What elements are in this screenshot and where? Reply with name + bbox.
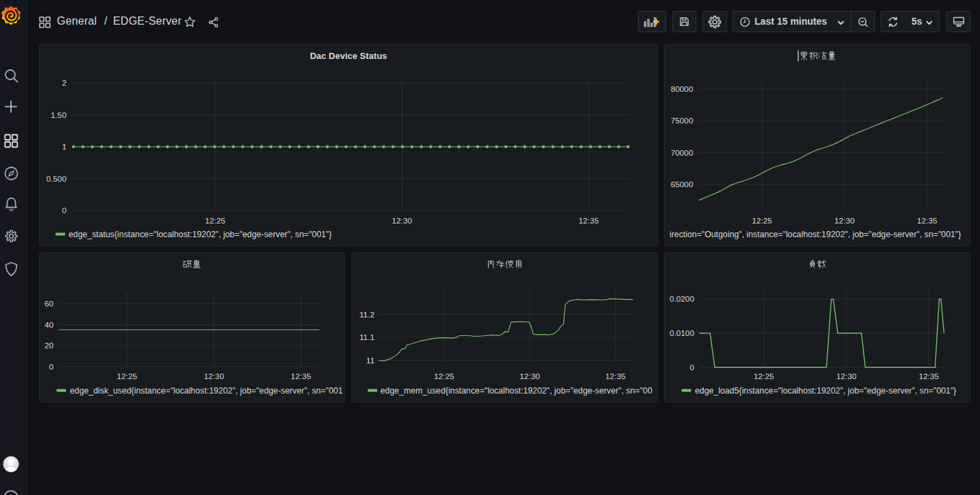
svg-text:12:25: 12:25 [754,372,774,381]
svg-text:12:30: 12:30 [836,372,857,381]
svg-text:40: 40 [45,320,54,330]
svg-text:edge_load5{instance="localhost: edge_load5{instance="localhost:19202", j… [695,386,956,396]
svg-text:12:30: 12:30 [204,372,224,381]
svg-text:0: 0 [689,363,694,372]
svg-text:11.2: 11.2 [359,310,374,319]
svg-text:65000: 65000 [671,180,694,189]
svg-text:edge_status{instance="localhos: edge_status{instance="localhost:19202", … [69,230,332,239]
svg-text:1.50: 1.50 [51,110,66,120]
svg-text:12:30: 12:30 [835,216,855,226]
svg-text:11: 11 [366,356,374,365]
svg-text:1: 1 [62,142,66,152]
svg-text:12:35: 12:35 [291,372,311,381]
svg-text:edge_disk_used{instance="local: edge_disk_used{instance="localhost:19202… [70,386,343,396]
svg-text:0: 0 [49,362,53,372]
svg-text:0.0100: 0.0100 [670,328,695,338]
svg-text:0.0200: 0.0200 [670,294,695,304]
svg-text:75000: 75000 [671,116,694,125]
svg-text:12:35: 12:35 [917,216,938,226]
svg-text:0.500: 0.500 [46,174,66,184]
svg-text:edge_mem_used{instance="localh: edge_mem_used{instance="localhost:19202"… [380,386,652,396]
svg-text:70000: 70000 [671,148,694,158]
svg-text:12:30: 12:30 [519,372,540,381]
svg-text:80000: 80000 [671,84,694,94]
svg-text:12:35: 12:35 [578,216,599,226]
svg-text:2: 2 [62,78,66,88]
svg-text:12:25: 12:25 [434,372,454,381]
svg-text:12:25: 12:25 [752,216,772,226]
svg-text:11.1: 11.1 [359,333,374,342]
svg-text:irection="Outgoing", instance=: irection="Outgoing", instance="localhost… [670,230,961,239]
svg-text:20: 20 [45,341,54,350]
svg-text:12:35: 12:35 [605,372,626,381]
svg-text:12:35: 12:35 [919,372,940,381]
svg-text:60: 60 [45,299,54,309]
svg-text:12:30: 12:30 [392,216,413,226]
svg-text:12:25: 12:25 [205,216,225,226]
svg-text:12:25: 12:25 [117,372,138,381]
svg-text:0: 0 [62,206,66,215]
